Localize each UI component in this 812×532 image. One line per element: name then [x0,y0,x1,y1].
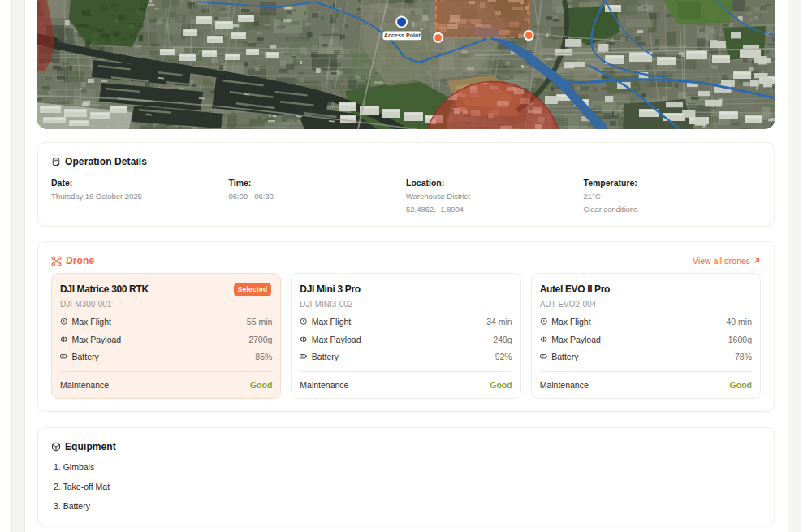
svg-text:Access Point: Access Point [384,32,421,39]
